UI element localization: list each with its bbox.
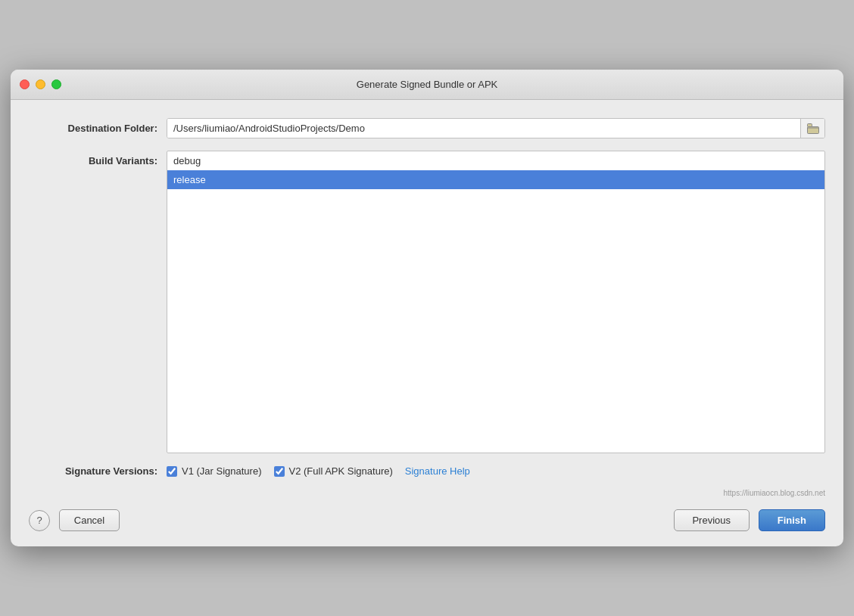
v2-label: V2 (Full APK Signature): [289, 465, 393, 477]
list-item-release[interactable]: release: [167, 170, 824, 189]
footer-left: ? Cancel: [29, 509, 120, 531]
previous-button[interactable]: Previous: [674, 509, 750, 531]
list-item-debug[interactable]: debug: [167, 151, 824, 170]
help-button[interactable]: ?: [29, 510, 50, 531]
v2-checkbox[interactable]: [274, 466, 285, 477]
finish-button[interactable]: Finish: [759, 509, 825, 531]
minimize-button[interactable]: [36, 79, 45, 89]
destination-folder-input-wrapper: [167, 118, 825, 138]
main-window: Generate Signed Bundle or APK Destinatio…: [11, 70, 843, 546]
maximize-button[interactable]: [51, 79, 61, 89]
traffic-lights: [20, 79, 61, 89]
build-variants-row: Build Variants: debug release: [29, 151, 825, 453]
cancel-button[interactable]: Cancel: [59, 509, 120, 531]
build-variants-label: Build Variants:: [29, 151, 157, 166]
build-variants-list[interactable]: debug release: [167, 151, 825, 453]
window-title: Generate Signed Bundle or APK: [357, 79, 497, 90]
signature-options: V1 (Jar Signature) V2 (Full APK Signatur…: [167, 465, 470, 477]
footer-right: Previous Finish: [674, 509, 825, 531]
v1-option[interactable]: V1 (Jar Signature): [167, 465, 262, 477]
signature-versions-row: Signature Versions: V1 (Jar Signature) V…: [29, 465, 825, 477]
browse-folder-button[interactable]: [800, 119, 824, 138]
destination-folder-label: Destination Folder:: [29, 123, 157, 134]
destination-folder-row: Destination Folder:: [29, 118, 825, 138]
signature-versions-label: Signature Versions:: [29, 465, 157, 477]
dialog-footer: ? Cancel Previous Finish: [11, 500, 843, 546]
dialog-content: Destination Folder: Build Variants: debu…: [11, 100, 843, 489]
signature-help-link[interactable]: Signature Help: [405, 465, 470, 477]
watermark: https://liumiaocn.blog.csdn.net: [11, 489, 843, 500]
svg-rect-1: [807, 123, 812, 126]
destination-folder-input[interactable]: [167, 119, 800, 138]
v1-checkbox[interactable]: [167, 466, 177, 477]
close-button[interactable]: [20, 79, 30, 89]
v2-option[interactable]: V2 (Full APK Signature): [274, 465, 393, 477]
title-bar: Generate Signed Bundle or APK: [11, 70, 843, 100]
v1-label: V1 (Jar Signature): [182, 465, 262, 477]
